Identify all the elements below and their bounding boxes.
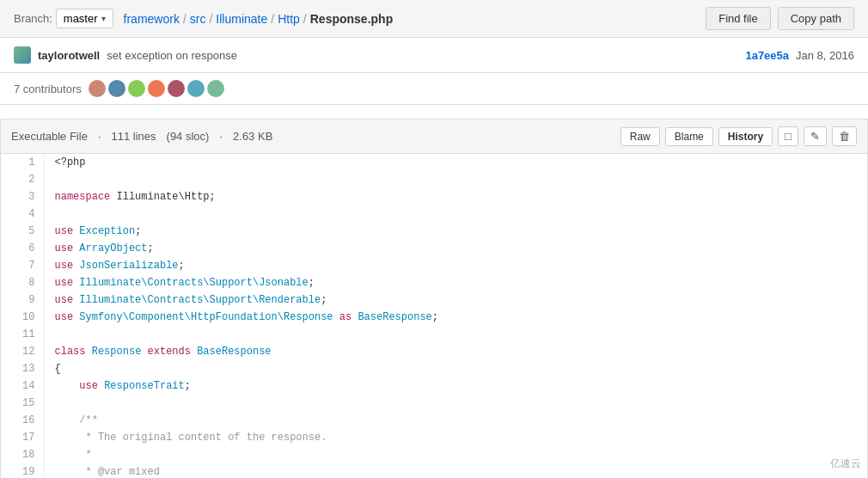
table-row: 4 [1, 205, 867, 223]
chevron-down-icon: ▾ [101, 14, 106, 23]
table-row: 12class Response extends BaseResponse [1, 343, 867, 360]
sep1: / [183, 12, 186, 26]
file-header: Executable File · 111 lines (94 sloc) · … [0, 119, 868, 153]
line-code: namespace Illuminate\Http; [44, 188, 867, 205]
line-number: 11 [1, 326, 44, 343]
line-code: use Illuminate\Contracts\Support\Rendera… [44, 291, 867, 309]
find-file-button[interactable]: Find file [706, 7, 771, 30]
top-bar: Branch: master ▾ framework / src / Illum… [0, 0, 868, 38]
contributor-avatar-2 [108, 80, 125, 97]
line-number: 19 [1, 463, 44, 478]
table-row: 9use Illuminate\Contracts\Support\Render… [1, 291, 867, 309]
contributor-avatar-6 [187, 80, 205, 97]
line-code: * The original content of the response. [44, 429, 867, 446]
line-code: use Illuminate\Contracts\Support\Jsonabl… [44, 274, 867, 291]
commit-bar: taylorotwell set exception on response 1… [0, 38, 868, 73]
line-code [44, 326, 867, 343]
line-code: use ArrayObject; [44, 240, 867, 257]
sep3: / [271, 12, 274, 26]
commit-sha[interactable]: 1a7ee5a [745, 49, 789, 62]
line-number: 13 [1, 360, 44, 377]
commit-date: Jan 8, 2016 [796, 49, 854, 62]
raw-button[interactable]: Raw [620, 127, 660, 146]
line-code [44, 205, 867, 223]
commit-right: 1a7ee5a Jan 8, 2016 [745, 49, 854, 62]
table-row: 15 [1, 395, 867, 412]
top-bar-right: Find file Copy path [706, 7, 854, 30]
line-number: 15 [1, 395, 44, 412]
branch-button[interactable]: master ▾ [56, 9, 113, 28]
contributor-avatar-3 [128, 80, 145, 97]
file-separator-1: · [98, 130, 101, 143]
line-number: 12 [1, 343, 44, 360]
breadcrumb-src[interactable]: src [190, 12, 206, 26]
breadcrumb-framework[interactable]: framework [124, 12, 180, 26]
blame-button[interactable]: Blame [665, 127, 713, 146]
line-code: use Symfony\Component\HttpFoundation\Res… [44, 309, 867, 326]
table-row: 1<?php [1, 154, 867, 171]
table-row: 8use Illuminate\Contracts\Support\Jsonab… [1, 274, 867, 291]
breadcrumb-filename: Response.php [310, 12, 393, 26]
table-row: 14 use ResponseTrait; [1, 377, 867, 395]
table-row: 19 * @var mixed [1, 463, 867, 478]
table-row: 5use Exception; [1, 223, 867, 240]
history-button[interactable]: History [718, 127, 773, 146]
file-meta: Executable File · 111 lines (94 sloc) · … [11, 130, 272, 143]
line-number: 9 [1, 291, 44, 309]
avatar-stack [89, 80, 224, 97]
code-block: 1<?php2 3namespace Illuminate\Http;4 5us… [0, 153, 868, 478]
file-lines: 111 lines [112, 130, 156, 143]
branch-label: Branch: [14, 12, 52, 25]
copy-path-button[interactable]: Copy path [778, 7, 854, 30]
table-row: 7use JsonSerializable; [1, 257, 867, 274]
commit-author[interactable]: taylorotwell [38, 49, 100, 62]
branch-selector: Branch: master ▾ [14, 9, 113, 28]
line-number: 3 [1, 188, 44, 205]
breadcrumb-illuminate[interactable]: Illuminate [216, 12, 267, 26]
line-code: use Exception; [44, 223, 867, 240]
line-number: 2 [1, 171, 44, 188]
table-row: 16 /** [1, 412, 867, 429]
line-code: use ResponseTrait; [44, 377, 867, 395]
sep2: / [209, 12, 212, 26]
line-number: 8 [1, 274, 44, 291]
contributor-avatar-1 [89, 80, 106, 97]
top-bar-left: Branch: master ▾ framework / src / Illum… [14, 9, 393, 28]
delete-icon[interactable]: 🗑 [832, 126, 857, 146]
line-code: <?php [44, 154, 867, 171]
line-number: 7 [1, 257, 44, 274]
table-row: 6use ArrayObject; [1, 240, 867, 257]
line-number: 17 [1, 429, 44, 446]
table-row: 17 * The original content of the respons… [1, 429, 867, 446]
commit-left: taylorotwell set exception on response [14, 46, 237, 64]
file-separator-2: · [219, 130, 223, 143]
line-code: use JsonSerializable; [44, 257, 867, 274]
file-size: 2.63 KB [233, 130, 272, 143]
file-actions: Raw Blame History □ ✎ 🗑 [620, 126, 857, 146]
line-code: * [44, 446, 867, 463]
file-sloc: (94 sloc) [167, 130, 210, 143]
table-row: 3namespace Illuminate\Http; [1, 188, 867, 205]
line-number: 1 [1, 154, 44, 171]
table-row: 11 [1, 326, 867, 343]
commit-message: set exception on response [107, 49, 237, 62]
breadcrumb: framework / src / Illuminate / Http / Re… [124, 12, 394, 26]
sep4: / [303, 12, 307, 26]
table-row: 10use Symfony\Component\HttpFoundation\R… [1, 309, 867, 326]
contributors-bar: 7 contributors [0, 73, 868, 105]
line-code: /** [44, 412, 867, 429]
line-number: 6 [1, 240, 44, 257]
table-row: 2 [1, 171, 867, 188]
file-type: Executable File [11, 130, 88, 143]
desktop-icon[interactable]: □ [778, 126, 798, 146]
branch-name: master [64, 12, 98, 25]
edit-icon[interactable]: ✎ [804, 126, 827, 146]
line-number: 16 [1, 412, 44, 429]
line-code [44, 395, 867, 412]
line-code: class Response extends BaseResponse [44, 343, 867, 360]
line-number: 14 [1, 377, 44, 395]
breadcrumb-http[interactable]: Http [278, 12, 300, 26]
table-row: 13{ [1, 360, 867, 377]
contributor-avatar-5 [168, 80, 185, 97]
avatar [14, 46, 31, 64]
